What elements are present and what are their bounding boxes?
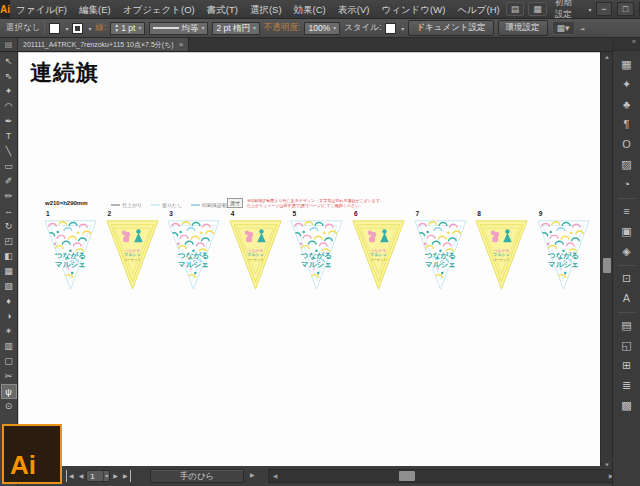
hand-tool[interactable]: ψ <box>1 384 17 399</box>
stepper-icon[interactable]: ▲▼ <box>114 23 119 33</box>
menu-item-ファイル[interactable]: ファイル(F) <box>10 0 73 19</box>
tab-close-icon[interactable]: × <box>179 40 184 49</box>
workspace-dropdown-icon[interactable]: ▾ <box>589 6 592 13</box>
type-tool[interactable]: T <box>1 129 17 144</box>
svg-text:つながる: つながる <box>177 251 209 260</box>
style-swatch[interactable] <box>385 23 396 34</box>
transform-panel-icon[interactable]: ⊞ <box>616 356 638 374</box>
artboard-tool[interactable]: ▢ <box>1 354 17 369</box>
opacity-field[interactable]: 100% ▾ <box>304 22 340 35</box>
blend-tool[interactable]: ◑ <box>1 309 17 324</box>
brushes-panel-icon[interactable]: ♣ <box>616 95 638 113</box>
appearance-panel-icon[interactable]: ▣ <box>616 222 638 240</box>
next-artboard-button[interactable]: ▶ <box>111 470 120 482</box>
magic-wand-tool[interactable]: ✦ <box>1 84 17 99</box>
canvas[interactable]: 連続旗 w210×h290mm 仕上がり塗りたし印刷保証範囲 原寸 ※印刷保証範… <box>18 52 600 466</box>
svg-text:マーケット: マーケット <box>370 258 386 262</box>
menu-item-表示[interactable]: 表示(V) <box>332 0 376 19</box>
direct-selection-tool[interactable]: ⇖ <box>1 69 17 84</box>
menu-item-オブジェクト[interactable]: オブジェクト(O) <box>117 0 201 19</box>
menu-item-編集[interactable]: 編集(E) <box>73 0 117 19</box>
chevron-down-icon[interactable]: ▾ <box>333 22 336 34</box>
gradient-panel-icon[interactable]: ◔ <box>616 175 638 193</box>
stroke-weight-value: 1 pt <box>121 22 135 34</box>
chevron-down-icon[interactable]: ▾ <box>201 22 204 34</box>
rotate-tool[interactable]: ↻ <box>1 219 17 234</box>
chevron-down-icon[interactable]: ▾ <box>103 471 109 481</box>
transparency-panel-icon[interactable]: ▩ <box>616 396 638 414</box>
opacity-panel-link[interactable]: 不透明度: <box>264 22 300 34</box>
vertical-scroll-thumb[interactable] <box>603 258 611 273</box>
scroll-left-icon[interactable]: ◀ <box>269 470 281 482</box>
chevron-down-icon[interactable]: ▾ <box>253 22 256 34</box>
horizontal-scrollbar[interactable]: ◀ ▶ <box>268 469 618 483</box>
artboards-panel-icon[interactable]: ▦ <box>616 55 638 73</box>
status-menu-icon[interactable]: ▶ <box>250 471 255 478</box>
stroke-color-swatch[interactable] <box>72 23 83 34</box>
scale-tool[interactable]: ◰ <box>1 234 17 249</box>
preferences-button[interactable]: 環境設定 <box>498 20 548 36</box>
fill-color-swatch[interactable] <box>49 23 60 34</box>
menu-item-ウィンドウ[interactable]: ウィンドウ(W) <box>375 0 451 19</box>
flag-number-label: 3 <box>169 210 220 220</box>
shape-builder-tool[interactable]: ◧ <box>1 249 17 264</box>
paragraph-panel-icon[interactable]: ¶ <box>616 115 638 133</box>
panel-options-icon[interactable]: ▦▾ <box>552 21 575 35</box>
gradient-tool[interactable]: ▧ <box>1 279 17 294</box>
swatches-panel-icon[interactable]: ▨ <box>616 155 638 173</box>
stroke-dropdown-icon[interactable]: ▾ <box>88 25 91 32</box>
vertical-scrollbar[interactable]: ▲ ▼ <box>600 52 612 470</box>
arrange-documents-icon[interactable]: ▦ <box>528 2 547 16</box>
menu-item-選択[interactable]: 選択(S) <box>244 0 288 19</box>
width-tool[interactable]: ↔ <box>1 204 17 219</box>
stroke-panel-icon[interactable]: ≡ <box>616 202 638 220</box>
dock-icons: ▦✦♣¶O▨◔≡▣◈⊡A▤◱⊞≣▩ <box>613 51 640 416</box>
selection-tool[interactable]: ↖ <box>1 54 17 69</box>
pencil-tool[interactable]: ✏ <box>1 189 17 204</box>
workspace-switcher[interactable]: 初期設定 <box>551 0 584 21</box>
stroke-weight-field[interactable]: ▲▼ 1 pt ▾ <box>110 22 145 35</box>
dock-collapse-button[interactable]: « <box>613 38 640 51</box>
menu-item-効果[interactable]: 効果(C) <box>288 0 332 19</box>
bridge-icon[interactable]: ▤ <box>506 2 525 16</box>
symbols-panel-icon[interactable]: ✦ <box>616 75 638 93</box>
pen-tool[interactable]: ✒ <box>1 114 17 129</box>
width-profile-dropdown[interactable]: 2 pt 楕円 ▾ <box>212 22 260 35</box>
collapse-control-bar-icon[interactable]: ⇥ <box>580 25 585 32</box>
layers-panel-icon[interactable]: ▤ <box>616 316 638 334</box>
eyedropper-tool[interactable]: ♦ <box>1 294 17 309</box>
document-setup-button[interactable]: ドキュメント設定 <box>408 20 493 36</box>
character-panel-icon[interactable]: A <box>616 289 638 307</box>
maximize-button[interactable]: □ <box>617 2 634 16</box>
links-panel-icon[interactable]: ⊡ <box>616 269 638 287</box>
lasso-tool[interactable]: ◠ <box>1 99 17 114</box>
stroke-panel-link[interactable]: 線: <box>95 22 106 34</box>
minimize-button[interactable]: − <box>596 2 613 16</box>
slice-tool[interactable]: ✂ <box>1 369 17 384</box>
opentype-panel-icon[interactable]: O <box>616 135 638 153</box>
tools-panel-toggle[interactable]: ▤ <box>0 38 18 51</box>
line-segment-tool[interactable]: ╲ <box>1 144 17 159</box>
style-dropdown-icon[interactable]: ▾ <box>401 25 404 32</box>
menu-item-書式[interactable]: 書式(T) <box>201 0 244 19</box>
fill-dropdown-icon[interactable]: ▾ <box>65 25 68 32</box>
stroke-profile-dropdown[interactable]: 均等 ▾ <box>149 22 208 35</box>
menu-item-ヘルプ[interactable]: ヘルプ(H) <box>451 0 505 19</box>
mesh-tool[interactable]: ▦ <box>1 264 17 279</box>
rectangle-tool[interactable]: ▭ <box>1 159 17 174</box>
align-panel-icon[interactable]: ≣ <box>616 376 638 394</box>
chevron-down-icon[interactable]: ▾ <box>138 22 141 34</box>
first-artboard-button[interactable]: ◀ <box>66 470 76 482</box>
horizontal-scroll-thumb[interactable] <box>399 471 415 481</box>
artboard-number-field[interactable]: 1 ▾ <box>86 470 110 482</box>
zoom-tool[interactable]: ⊙ <box>1 399 17 414</box>
app-logo-icon: Ai <box>0 0 10 19</box>
document-tab[interactable]: 201111_A4TRCK_7renzoku+115 10点×7.5分(ち) × <box>18 38 189 51</box>
last-artboard-button[interactable]: ▶ <box>121 470 131 482</box>
symbol-sprayer-tool[interactable]: ✶ <box>1 324 17 339</box>
paintbrush-tool[interactable]: ✐ <box>1 174 17 189</box>
previous-artboard-button[interactable]: ◀ <box>77 470 86 482</box>
pathfinder-panel-icon[interactable]: ◱ <box>616 336 638 354</box>
column-graph-tool[interactable]: ▥ <box>1 339 17 354</box>
graphic-styles-panel-icon[interactable]: ◈ <box>616 242 638 260</box>
